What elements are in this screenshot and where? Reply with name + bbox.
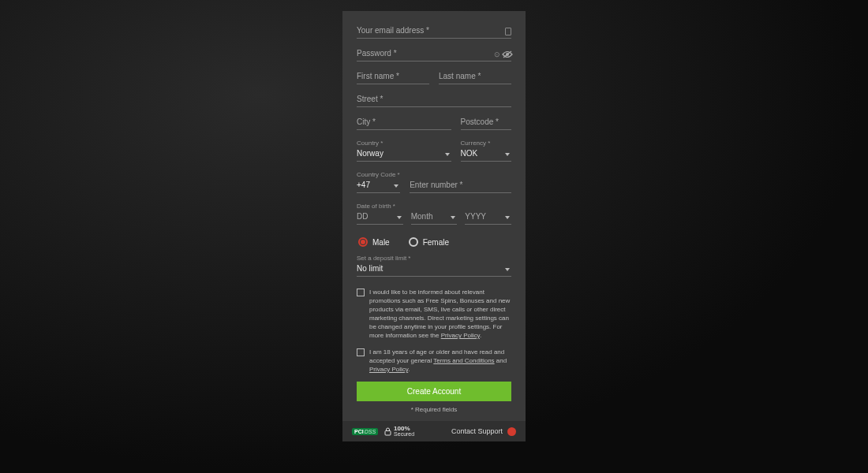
age-consent-row: I am 18 years of age or older and have r…: [357, 348, 511, 374]
eye-off-icon[interactable]: [502, 50, 513, 58]
last-name-field[interactable]: Last name *: [439, 71, 511, 84]
chevron-down-icon: [451, 216, 455, 219]
gender-female-radio[interactable]: Female: [409, 237, 449, 247]
dob-year-dropdown[interactable]: YYYY: [465, 211, 511, 225]
svg-rect-2: [385, 430, 391, 435]
chevron-down-icon: [505, 216, 510, 219]
modal-footer: PCIDSS 100% Secured Contact Support: [342, 421, 526, 441]
deposit-limit-label: Set a deposit limit *: [357, 255, 511, 262]
placeholder-label: DD: [357, 211, 368, 222]
contact-card-icon: [505, 28, 511, 35]
pci-dss-badge: PCIDSS: [352, 428, 378, 435]
dob-month-dropdown[interactable]: Month: [411, 211, 458, 225]
dob-label: Date of birth *: [357, 203, 511, 210]
placeholder-label: Postcode *: [461, 117, 499, 128]
gender-radio-group: Male Female: [358, 237, 511, 247]
city-field[interactable]: City *: [357, 117, 451, 130]
chevron-down-icon: [505, 268, 510, 271]
privacy-policy-link[interactable]: Privacy Policy: [441, 332, 480, 339]
placeholder-label: First name *: [357, 71, 399, 82]
password-field[interactable]: Password * ⊙: [357, 48, 511, 61]
chevron-down-icon: [397, 216, 402, 219]
age-text: I am 18 years of age or older and have r…: [369, 348, 511, 374]
radio-circle-icon: [358, 237, 368, 247]
street-field[interactable]: Street *: [357, 94, 511, 107]
first-name-field[interactable]: First name *: [357, 71, 429, 84]
placeholder-label: Enter number *: [410, 180, 462, 191]
secured-badge: 100% Secured: [384, 426, 414, 437]
dob-day-dropdown[interactable]: DD: [357, 211, 403, 225]
chevron-down-icon: [394, 184, 398, 188]
placeholder-label: Last name *: [439, 71, 481, 82]
marketing-text: I would like to be informed about releva…: [369, 288, 511, 340]
placeholder-label: City *: [357, 117, 376, 128]
country-dropdown[interactable]: Norway: [357, 148, 451, 162]
country-label: Country *: [357, 140, 451, 147]
country-code-label: Country Code *: [357, 171, 400, 178]
chevron-down-icon: [505, 153, 510, 156]
required-fields-note: * Required fields: [357, 406, 511, 413]
privacy-policy-link-2[interactable]: Privacy Policy: [369, 366, 408, 373]
postcode-field[interactable]: Postcode *: [461, 117, 511, 130]
currency-label: Currency *: [461, 140, 511, 147]
placeholder-label: Password *: [357, 48, 397, 59]
age-checkbox[interactable]: [357, 348, 365, 356]
gender-male-radio[interactable]: Male: [358, 237, 390, 247]
selected-value: Norway: [357, 148, 383, 159]
phone-number-field[interactable]: Enter number *: [410, 180, 511, 193]
placeholder-label: Street *: [357, 94, 383, 105]
chevron-down-icon: [445, 153, 450, 156]
radio-circle-icon: [409, 237, 418, 247]
deposit-limit-dropdown[interactable]: No limit: [357, 263, 511, 277]
create-account-button[interactable]: Create Account: [357, 382, 511, 401]
currency-dropdown[interactable]: NOK: [461, 148, 511, 162]
radio-label: Male: [372, 238, 390, 247]
marketing-consent-row: I would like to be informed about releva…: [357, 288, 511, 340]
support-chat-icon[interactable]: [507, 427, 516, 436]
placeholder-label: YYYY: [465, 211, 486, 222]
selected-value: No limit: [357, 263, 383, 274]
security-badges: PCIDSS 100% Secured: [352, 426, 414, 437]
placeholder-label: Month: [411, 211, 433, 222]
selected-value: NOK: [461, 148, 478, 159]
key-icon: ⊙: [494, 50, 500, 58]
lock-icon: [384, 427, 391, 436]
marketing-checkbox[interactable]: [357, 289, 365, 296]
registration-form: Your email address * Password * ⊙ First …: [342, 11, 526, 441]
contact-support-link[interactable]: Contact Support: [451, 427, 503, 435]
radio-label: Female: [423, 238, 449, 247]
support-section: Contact Support: [451, 427, 516, 436]
country-code-dropdown[interactable]: +47: [357, 180, 400, 193]
terms-link[interactable]: Terms and Conditions: [433, 357, 494, 364]
placeholder-label: Your email address *: [357, 25, 429, 36]
email-field[interactable]: Your email address *: [357, 25, 511, 39]
selected-value: +47: [357, 180, 370, 191]
